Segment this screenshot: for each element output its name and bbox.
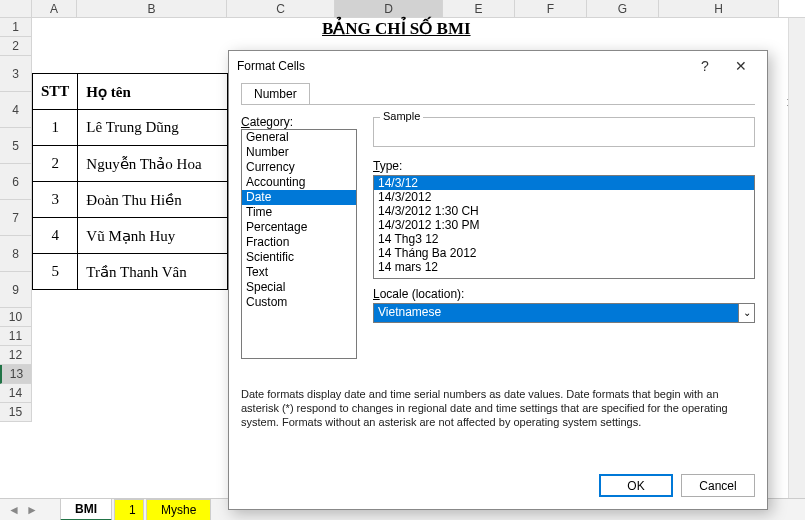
list-item[interactable]: Accounting — [242, 175, 356, 190]
col-C[interactable]: C — [227, 0, 335, 17]
th-name: Họ tên — [78, 74, 228, 110]
chevron-right-icon: ► — [26, 503, 38, 517]
dialog-title: Format Cells — [237, 59, 687, 73]
th-stt: STT — [33, 74, 78, 110]
table-row: 2Nguyễn Thảo Hoa — [33, 146, 228, 182]
col-G[interactable]: G — [587, 0, 659, 17]
list-item[interactable]: Percentage — [242, 220, 356, 235]
row-14[interactable]: 14 — [0, 384, 32, 403]
col-B[interactable]: B — [77, 0, 227, 17]
list-item[interactable]: General — [242, 130, 356, 145]
chevron-left-icon: ◄ — [8, 503, 20, 517]
row-5[interactable]: 5 — [0, 128, 32, 164]
col-E[interactable]: E — [443, 0, 515, 17]
format-cells-dialog: Format Cells ? ✕ Number Category: Genera… — [228, 50, 768, 510]
list-item[interactable]: 14 Tháng Ba 2012 — [374, 246, 754, 260]
category-listbox[interactable]: General Number Currency Accounting Date … — [241, 129, 357, 359]
list-item[interactable]: Time — [242, 205, 356, 220]
row-11[interactable]: 11 — [0, 327, 32, 346]
list-item[interactable]: Number — [242, 145, 356, 160]
description-text: Date formats display date and time seria… — [241, 387, 755, 429]
cancel-button[interactable]: Cancel — [681, 474, 755, 497]
list-item[interactable]: Custom — [242, 295, 356, 310]
dialog-titlebar[interactable]: Format Cells ? ✕ — [229, 51, 767, 81]
locale-combobox[interactable]: Vietnamese ⌄ — [373, 303, 755, 323]
vertical-scrollbar[interactable] — [788, 18, 805, 498]
locale-label: Locale (location): — [373, 287, 755, 301]
locale-value: Vietnamese — [374, 304, 738, 322]
row-10[interactable]: 10 — [0, 308, 32, 327]
list-item[interactable]: Fraction — [242, 235, 356, 250]
list-item[interactable]: Text — [242, 265, 356, 280]
close-button[interactable]: ✕ — [723, 58, 759, 74]
tab-number[interactable]: Number — [241, 83, 310, 104]
row-6[interactable]: 6 — [0, 164, 32, 200]
table-row: 5Trần Thanh Vân — [33, 254, 228, 290]
list-item[interactable]: Currency — [242, 160, 356, 175]
row-3[interactable]: 3 — [0, 56, 32, 92]
col-A[interactable]: A — [32, 0, 77, 17]
help-button[interactable]: ? — [687, 58, 723, 74]
list-item[interactable]: 14 Thg3 12 — [374, 232, 754, 246]
column-header-row: A B C D E F G H — [0, 0, 805, 18]
row-9[interactable]: 9 — [0, 272, 32, 308]
ok-button[interactable]: OK — [599, 474, 673, 497]
row-12[interactable]: 12 — [0, 346, 32, 365]
row-1[interactable]: 1 — [0, 18, 32, 37]
table-row: 3Đoàn Thu Hiền — [33, 182, 228, 218]
sheet-tab-mysheet[interactable]: Myshe — [146, 499, 211, 520]
chevron-down-icon[interactable]: ⌄ — [738, 304, 754, 322]
row-2[interactable]: 2 — [0, 37, 32, 56]
list-item[interactable]: Scientific — [242, 250, 356, 265]
row-4[interactable]: 4 — [0, 92, 32, 128]
col-F[interactable]: F — [515, 0, 587, 17]
list-item-selected[interactable]: Date — [242, 190, 356, 205]
sheet-title: BẢNG CHỈ SỐ BMI — [322, 18, 471, 39]
list-item[interactable]: 14 mars 12 — [374, 260, 754, 274]
type-label: Type: — [373, 159, 755, 173]
select-all-corner[interactable] — [0, 0, 32, 17]
col-D[interactable]: D — [335, 0, 443, 17]
list-item-selected[interactable]: 14/3/12 — [374, 176, 754, 190]
data-table: STT Họ tên 1Lê Trung Dũng 2Nguyễn Thảo H… — [32, 73, 228, 290]
tab-nav-arrows[interactable]: ◄ ► — [0, 503, 60, 517]
row-headers: 1 2 3 4 5 6 7 8 9 10 11 12 13 14 15 — [0, 18, 32, 422]
list-item[interactable]: 14/3/2012 — [374, 190, 754, 204]
table-header-row: STT Họ tên — [33, 74, 228, 110]
row-8[interactable]: 8 — [0, 236, 32, 272]
sample-box: Sample — [373, 117, 755, 147]
row-7[interactable]: 7 — [0, 200, 32, 236]
category-label: Category: — [241, 115, 357, 129]
list-item[interactable]: 14/3/2012 1:30 CH — [374, 204, 754, 218]
row-13[interactable]: 13 — [0, 365, 32, 384]
col-H[interactable]: H — [659, 0, 779, 17]
sample-label: Sample — [380, 110, 423, 122]
table-row: 4Vũ Mạnh Huy — [33, 218, 228, 254]
sheet-tab-1[interactable]: 1 — [114, 499, 144, 520]
list-item[interactable]: 14/3/2012 1:30 PM — [374, 218, 754, 232]
sheet-tab-bmi[interactable]: BMI — [60, 498, 112, 520]
row-15[interactable]: 15 — [0, 403, 32, 422]
list-item[interactable]: Special — [242, 280, 356, 295]
type-listbox[interactable]: 14/3/12 14/3/2012 14/3/2012 1:30 CH 14/3… — [373, 175, 755, 279]
table-row: 1Lê Trung Dũng — [33, 110, 228, 146]
